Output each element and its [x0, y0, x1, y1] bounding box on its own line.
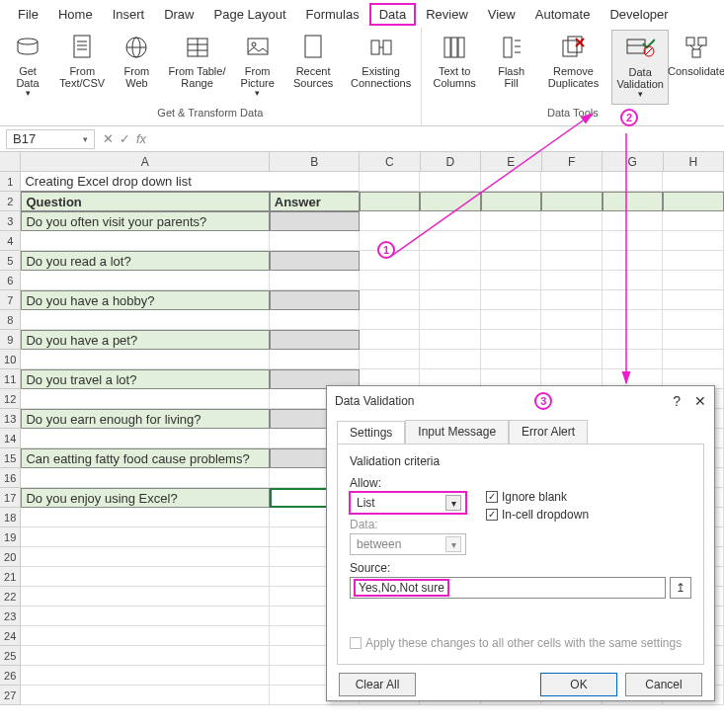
check-icon[interactable]: ✓: [120, 131, 130, 146]
ok-button[interactable]: OK: [540, 673, 617, 696]
cell[interactable]: Answer: [270, 192, 360, 211]
cell[interactable]: [603, 211, 664, 231]
name-box[interactable]: B17 ▾: [6, 129, 95, 149]
col-header-G[interactable]: G: [603, 152, 664, 171]
cell[interactable]: [481, 350, 542, 369]
cell[interactable]: Creating Excel drop down list: [21, 172, 359, 192]
row-header[interactable]: 12: [0, 389, 21, 409]
menu-data[interactable]: Data: [369, 3, 416, 26]
cell[interactable]: [270, 290, 360, 310]
cell[interactable]: [481, 172, 542, 192]
row-header[interactable]: 23: [0, 607, 21, 626]
cell[interactable]: [21, 508, 269, 527]
col-header-H[interactable]: H: [664, 152, 724, 171]
row-header[interactable]: 19: [0, 527, 21, 547]
cell[interactable]: [21, 686, 269, 705]
cell[interactable]: [270, 330, 360, 350]
cell[interactable]: [481, 271, 542, 290]
cell[interactable]: [541, 330, 603, 350]
cell[interactable]: [21, 429, 269, 448]
from-web-button[interactable]: From Web: [113, 30, 160, 105]
col-header-D[interactable]: D: [421, 152, 482, 171]
row-header[interactable]: 26: [0, 666, 21, 686]
formula-input[interactable]: [154, 129, 724, 149]
row-header[interactable]: 10: [0, 350, 21, 369]
cell[interactable]: [541, 172, 603, 192]
row-header[interactable]: 16: [0, 468, 21, 488]
cell[interactable]: [420, 172, 481, 192]
cell[interactable]: [663, 231, 724, 251]
cell[interactable]: [21, 547, 269, 567]
cell[interactable]: [420, 290, 481, 310]
menu-page-layout[interactable]: Page Layout: [204, 3, 296, 26]
cell[interactable]: [360, 271, 421, 290]
cell[interactable]: [360, 290, 421, 310]
cell[interactable]: [21, 666, 269, 686]
cell[interactable]: [663, 290, 724, 310]
cell[interactable]: [270, 271, 360, 290]
menu-developer[interactable]: Developer: [600, 3, 678, 26]
existing-connections-button[interactable]: Existing Connections: [346, 30, 417, 105]
recent-sources-button[interactable]: Recent Sources: [285, 30, 342, 105]
cell[interactable]: [420, 192, 481, 211]
cell[interactable]: [360, 211, 421, 231]
cell[interactable]: [541, 251, 603, 271]
row-header[interactable]: 9: [0, 330, 21, 350]
cell[interactable]: [663, 271, 724, 290]
cell[interactable]: [541, 211, 603, 231]
cell[interactable]: [663, 251, 724, 271]
cell[interactable]: [420, 271, 481, 290]
cell[interactable]: Do you earn enough for living?: [21, 409, 269, 429]
cell[interactable]: [21, 567, 269, 587]
allow-select[interactable]: List ▾: [350, 492, 466, 514]
get-data-button[interactable]: Get Data▾: [4, 30, 51, 105]
cell[interactable]: [663, 350, 724, 369]
tab-error-alert[interactable]: Error Alert: [509, 420, 588, 444]
cell[interactable]: [21, 231, 269, 251]
from-csv-button[interactable]: From Text/CSV: [55, 30, 109, 105]
cell[interactable]: [603, 251, 664, 271]
consolidate-button[interactable]: Consolidate: [673, 30, 720, 105]
cell[interactable]: [360, 192, 421, 211]
cell[interactable]: [663, 211, 724, 231]
cell[interactable]: [21, 350, 269, 369]
remove-duplicates-button[interactable]: Remove Duplicates: [539, 30, 608, 105]
range-picker-button[interactable]: ↥: [670, 577, 691, 599]
cell[interactable]: [481, 330, 542, 350]
row-header[interactable]: 5: [0, 251, 21, 271]
data-validation-button[interactable]: Data Validation▾: [611, 30, 669, 105]
cell[interactable]: [603, 231, 664, 251]
close-icon[interactable]: ✕: [694, 393, 706, 409]
cell[interactable]: [420, 310, 481, 330]
help-button[interactable]: ?: [673, 393, 681, 409]
cell[interactable]: [603, 350, 664, 369]
cell[interactable]: [21, 646, 269, 666]
row-header[interactable]: 8: [0, 310, 21, 330]
menu-home[interactable]: Home: [48, 3, 103, 26]
cell[interactable]: [360, 350, 421, 369]
row-header[interactable]: 15: [0, 448, 21, 468]
cell[interactable]: Can eatting fatty food cause problems?: [21, 448, 269, 468]
cell[interactable]: [270, 310, 360, 330]
row-header[interactable]: 25: [0, 646, 21, 666]
source-input[interactable]: Yes,No,Not sure: [350, 577, 666, 599]
cell[interactable]: Do you often visit your parents?: [21, 211, 269, 231]
col-header-F[interactable]: F: [542, 152, 603, 171]
cell[interactable]: [481, 251, 542, 271]
col-header-E[interactable]: E: [481, 152, 542, 171]
cell[interactable]: [420, 251, 481, 271]
row-header[interactable]: 22: [0, 587, 21, 607]
menu-insert[interactable]: Insert: [103, 3, 155, 26]
cell[interactable]: [360, 172, 421, 192]
row-header[interactable]: 6: [0, 271, 21, 290]
row-header[interactable]: 13: [0, 409, 21, 429]
cell[interactable]: [21, 587, 269, 607]
cell[interactable]: Do you read a lot?: [21, 251, 269, 271]
cell[interactable]: [420, 330, 481, 350]
cell[interactable]: [481, 192, 542, 211]
row-header[interactable]: 14: [0, 429, 21, 448]
cell[interactable]: [21, 527, 269, 547]
tab-settings[interactable]: Settings: [337, 421, 405, 445]
cell[interactable]: [603, 172, 664, 192]
from-picture-button[interactable]: From Picture▾: [234, 30, 282, 105]
